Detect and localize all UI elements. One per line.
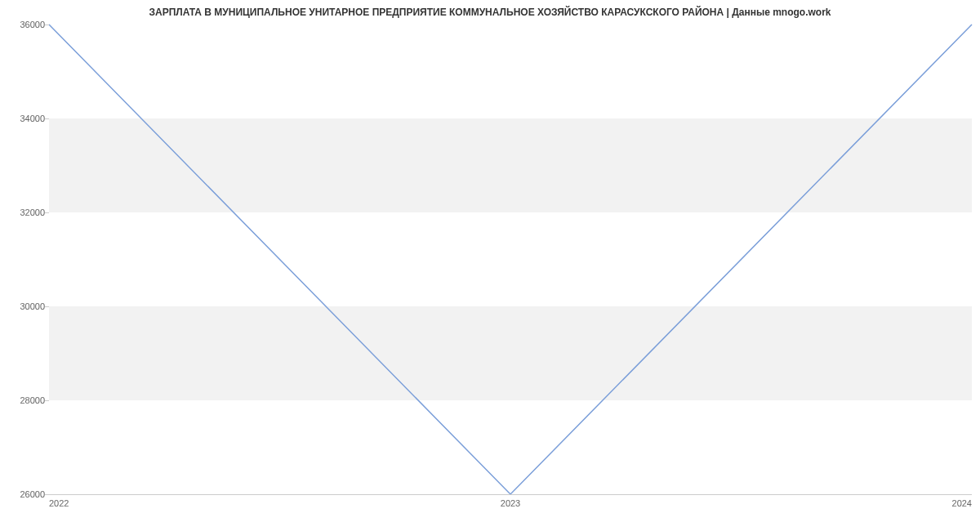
y-tick-label: 28000 (20, 395, 45, 405)
plot-area (49, 25, 972, 494)
y-tick-mark (45, 400, 49, 401)
x-tick-label: 2024 (952, 498, 972, 508)
line-series (49, 25, 972, 494)
y-tick-label: 32000 (20, 207, 45, 217)
y-tick-mark (45, 25, 49, 25)
data-polyline (49, 25, 972, 494)
y-tick-mark (45, 118, 49, 119)
x-tick-label: 2022 (49, 498, 69, 508)
y-tick-label: 36000 (20, 20, 45, 29)
y-tick-mark (45, 306, 49, 307)
y-tick-mark (45, 212, 49, 213)
x-axis-line (49, 494, 972, 495)
chart-title: ЗАРПЛАТА В МУНИЦИПАЛЬНОЕ УНИТАРНОЕ ПРЕДП… (0, 7, 980, 18)
chart-container: ЗАРПЛАТА В МУНИЦИПАЛЬНОЕ УНИТАРНОЕ ПРЕДП… (0, 0, 980, 531)
y-tick-label: 34000 (20, 114, 45, 123)
y-tick-label: 26000 (20, 489, 45, 499)
y-tick-label: 30000 (20, 301, 45, 311)
x-tick-label: 2023 (501, 498, 520, 508)
